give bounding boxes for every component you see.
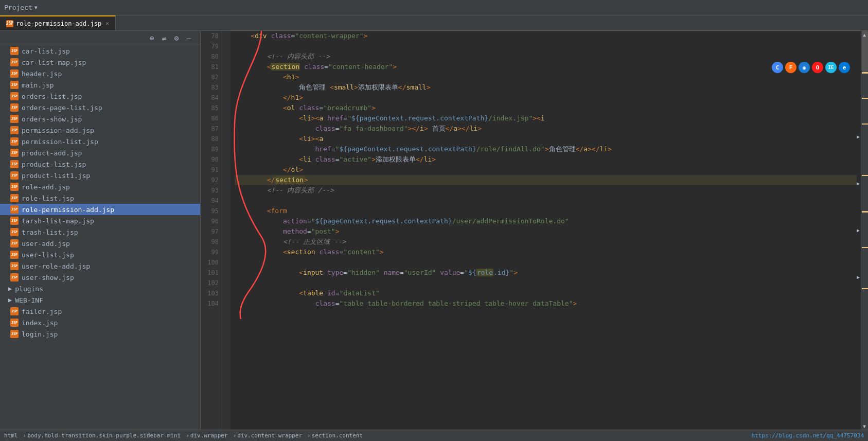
file-item-user-add[interactable]: JSP user-add.jsp bbox=[0, 238, 200, 249]
code-line-103: <table id="dataList" bbox=[235, 288, 857, 298]
file-item-permission-add[interactable]: JSP permission-add.jsp bbox=[0, 125, 200, 136]
code-line-96: action="${pageContext.request.contextPat… bbox=[235, 216, 857, 226]
editor-area[interactable]: C F ◉ O IE e 78 79 80 81 82 83 84 85 86 … bbox=[201, 31, 868, 430]
file-icon: JSP bbox=[10, 239, 19, 248]
file-name: orders-page-list.jsp bbox=[22, 104, 102, 112]
project-dropdown-arrow[interactable]: ▼ bbox=[34, 5, 38, 10]
file-icon: JSP bbox=[10, 137, 19, 146]
sidebar-add-icon[interactable]: ⊕ bbox=[147, 33, 157, 43]
file-name: product-add.jsp bbox=[22, 149, 82, 157]
ie-icon[interactable]: IE bbox=[825, 62, 837, 73]
code-line-92: </section> bbox=[235, 175, 857, 185]
file-name: failer.jsp bbox=[22, 308, 62, 315]
code-line-86: <li><a href="${pageContext.request.conte… bbox=[235, 113, 857, 124]
tab-role-permission-add[interactable]: JSP role-permission-add.jsp × bbox=[0, 15, 116, 30]
tab-close-button[interactable]: × bbox=[105, 20, 109, 27]
file-name: header.jsp bbox=[22, 70, 62, 78]
tab-file-icon: JSP bbox=[6, 20, 13, 27]
folder-web-inf[interactable]: ▶ WEB-INF bbox=[0, 294, 200, 306]
code-line-87: class="fa fa-dashboard"></i> 首页</a></li> bbox=[235, 124, 857, 134]
fold-button-1[interactable]: ▶ bbox=[857, 134, 860, 139]
firefox-icon[interactable]: F bbox=[785, 62, 796, 73]
file-item-permission-list[interactable]: JSP permission-list.jsp bbox=[0, 136, 200, 147]
status-breadcrumb-content-wrapper: div.content-wrapper bbox=[237, 432, 302, 439]
file-icon: JSP bbox=[10, 273, 19, 281]
file-name: car-list.jsp bbox=[22, 47, 70, 55]
file-item-orders-show[interactable]: JSP orders-show.jsp bbox=[0, 113, 200, 125]
file-item-tarsh-list-map[interactable]: JSP tarsh-list-map.jsp bbox=[0, 215, 200, 226]
file-icon: JSP bbox=[10, 47, 19, 55]
file-name: trash-list.jsp bbox=[22, 228, 78, 236]
right-scroll-strip[interactable]: ▲ ▼ bbox=[861, 31, 868, 430]
browser-icons-panel: C F ◉ O IE e bbox=[772, 62, 850, 73]
file-item-role-permission-add[interactable]: JSP role-permission-add.jsp bbox=[0, 204, 200, 215]
sidebar[interactable]: ⊕ ⇌ ⚙ — JSP car-list.jsp JSP car-list-ma… bbox=[0, 31, 201, 430]
file-item-user-list[interactable]: JSP user-list.jsp bbox=[0, 249, 200, 260]
file-item-product-add[interactable]: JSP product-add.jsp bbox=[0, 147, 200, 158]
file-item-main[interactable]: JSP main.jsp bbox=[0, 79, 200, 91]
code-line-102 bbox=[235, 278, 857, 288]
file-item-orders-list[interactable]: JSP orders-list.jsp bbox=[0, 91, 200, 102]
scroll-up-button[interactable]: ▲ bbox=[861, 31, 868, 38]
sidebar-sync-icon[interactable]: ⇌ bbox=[159, 33, 169, 43]
file-item-role-list[interactable]: JSP role-list.jsp bbox=[0, 192, 200, 204]
status-url[interactable]: https://blog.csdn.net/qq_44757034 bbox=[751, 432, 864, 439]
file-item-user-show[interactable]: JSP user-show.jsp bbox=[0, 272, 200, 283]
fold-button-3[interactable]: ▶ bbox=[857, 227, 860, 233]
file-name: product-list.jsp bbox=[22, 161, 86, 168]
file-name: role-add.jsp bbox=[22, 183, 70, 191]
folder-expand-icon: ▶ bbox=[8, 285, 12, 292]
folder-plugins[interactable]: ▶ plugins bbox=[0, 283, 200, 294]
code-line-97: method="post"> bbox=[235, 226, 857, 237]
file-item-car-list[interactable]: JSP car-list.jsp bbox=[0, 45, 200, 57]
file-icon: JSP bbox=[10, 194, 19, 202]
file-name: role-list.jsp bbox=[22, 195, 74, 202]
file-name: user-show.jsp bbox=[22, 274, 74, 281]
file-item-login[interactable]: JSP login.jsp bbox=[0, 328, 200, 340]
file-item-orders-page-list[interactable]: JSP orders-page-list.jsp bbox=[0, 102, 200, 113]
file-name: car-list-map.jsp bbox=[22, 59, 86, 66]
fold-button-2[interactable]: ▶ bbox=[857, 181, 860, 186]
code-line-91: </ol> bbox=[235, 165, 857, 175]
file-item-header[interactable]: JSP header.jsp bbox=[0, 68, 200, 79]
file-icon: JSP bbox=[10, 92, 19, 100]
edge-icon[interactable]: e bbox=[839, 62, 850, 73]
file-icon: JSP bbox=[10, 251, 19, 259]
file-icon: JSP bbox=[10, 319, 19, 327]
file-item-user-role-add[interactable]: JSP user-role-add.jsp bbox=[0, 260, 200, 272]
scroll-down-button[interactable]: ▼ bbox=[861, 422, 868, 430]
code-line-81: <section class="content-header"> bbox=[235, 62, 857, 72]
file-icon: JSP bbox=[10, 58, 19, 66]
file-name: permission-add.jsp bbox=[22, 127, 94, 134]
code-line-90: <li class="active">添加权限表单</li> bbox=[235, 154, 857, 165]
file-name: permission-list.jsp bbox=[22, 138, 98, 146]
line-numbers: 78 79 80 81 82 83 84 85 86 87 88 89 90 9… bbox=[201, 31, 222, 430]
file-icon: JSP bbox=[10, 228, 19, 236]
file-icon: JSP bbox=[10, 126, 19, 134]
file-item-car-list-map[interactable]: JSP car-list-map.jsp bbox=[0, 57, 200, 68]
file-name: user-add.jsp bbox=[22, 240, 70, 248]
sidebar-toolbar: ⊕ ⇌ ⚙ — bbox=[0, 31, 200, 45]
fold-indicators: ▶ ▶ ▶ ▶ bbox=[857, 134, 860, 280]
file-name: user-list.jsp bbox=[22, 251, 74, 259]
file-item-role-add[interactable]: JSP role-add.jsp bbox=[0, 181, 200, 192]
file-item-index[interactable]: JSP index.jsp bbox=[0, 317, 200, 328]
code-line-83: 角色管理 <small>添加权限表单</small> bbox=[235, 82, 857, 93]
opera-icon[interactable]: O bbox=[812, 62, 823, 73]
file-name: tarsh-list-map.jsp bbox=[22, 217, 94, 225]
file-icon: JSP bbox=[10, 171, 19, 180]
file-item-product-list1[interactable]: JSP product-list1.jsp bbox=[0, 170, 200, 181]
sidebar-collapse-icon[interactable]: — bbox=[184, 33, 194, 43]
file-item-trash-list[interactable]: JSP trash-list.jsp bbox=[0, 226, 200, 238]
code-line-85: <ol class="breadcrumb"> bbox=[235, 103, 857, 113]
chrome-icon[interactable]: C bbox=[772, 62, 783, 73]
file-item-failer[interactable]: JSP failer.jsp bbox=[0, 306, 200, 317]
main-layout: ⊕ ⇌ ⚙ — JSP car-list.jsp JSP car-list-ma… bbox=[0, 31, 868, 430]
code-line-100 bbox=[235, 257, 857, 268]
code-editor[interactable]: <div class="content-wrapper"> <!-- 内容头部 … bbox=[231, 31, 861, 430]
safari-icon[interactable]: ◉ bbox=[799, 62, 810, 73]
fold-button-4[interactable]: ▶ bbox=[857, 274, 860, 280]
sidebar-settings-icon[interactable]: ⚙ bbox=[171, 33, 182, 43]
file-item-product-list[interactable]: JSP product-list.jsp bbox=[0, 158, 200, 170]
tab-label: role-permission-add.jsp bbox=[16, 20, 101, 27]
